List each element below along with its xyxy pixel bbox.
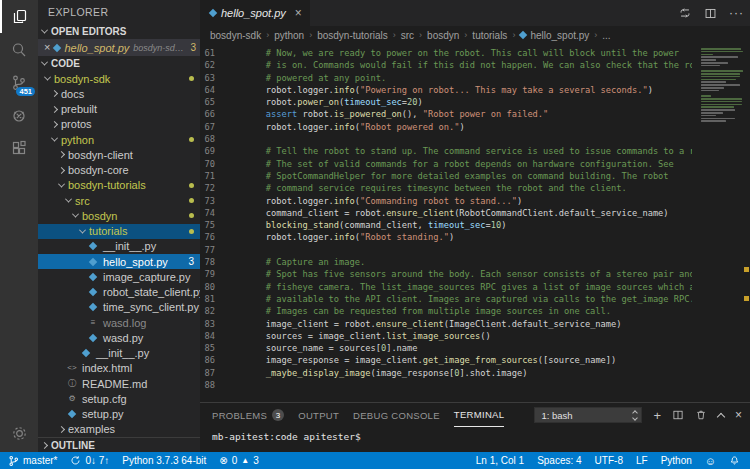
feedback-smiley-icon[interactable]: ☺: [705, 455, 716, 467]
problems-item[interactable]: ⊗ 0 ▲ 3: [219, 455, 258, 466]
breadcrumb-item[interactable]: src: [401, 30, 414, 41]
close-panel-icon[interactable]: ×: [735, 409, 742, 421]
tree-folder-tutorials[interactable]: tutorials: [38, 224, 200, 239]
more-actions-icon[interactable]: ···: [729, 7, 744, 19]
tree-folder-bosdyn-client[interactable]: bosdyn-client: [38, 147, 200, 162]
panel-tab-output[interactable]: OUTPUT: [298, 403, 339, 427]
activity-search[interactable]: [0, 33, 38, 66]
tree-file-wasd-log[interactable]: ≡wasd.log: [38, 315, 200, 330]
code-editor[interactable]: 61 # Now, we are ready to power on the r…: [200, 44, 750, 402]
manage-settings[interactable]: [0, 420, 38, 446]
tree-file-robot-state-client-py[interactable]: robot_state_client.py: [38, 285, 200, 300]
breadcrumb-item[interactable]: bosdyn: [427, 30, 459, 41]
code-line: 74 command_client = robot.ensure_client(…: [200, 207, 750, 219]
panel-tab-debug-console[interactable]: DEBUG CONSOLE: [353, 403, 440, 427]
tree-folder-protos[interactable]: protos: [38, 117, 200, 132]
activity-explorer[interactable]: [0, 0, 38, 33]
section-open-editors[interactable]: OPEN EDITORS: [38, 24, 200, 39]
tree-file-image-capture-py[interactable]: image_capture.py: [38, 269, 200, 284]
code-line: 78 # Capture an image.: [200, 256, 750, 268]
line-number: 69: [200, 145, 224, 157]
code-text: # fisheye camera. The list_image_sources…: [224, 281, 692, 293]
minimap[interactable]: [697, 48, 742, 126]
eol-item[interactable]: LF: [636, 455, 648, 466]
minimap-line: [701, 118, 735, 120]
chevron-right-icon: [51, 106, 58, 113]
breadcrumb-item[interactable]: ...: [602, 30, 610, 41]
tree-folder-src[interactable]: src: [38, 193, 200, 208]
activity-extensions[interactable]: [0, 132, 38, 165]
tree-item-label: hello_spot.py: [103, 256, 168, 268]
tree-folder-prebuilt[interactable]: prebuilt: [38, 102, 200, 117]
open-changes-icon[interactable]: [678, 6, 692, 20]
breadcrumb-item[interactable]: tutorials: [472, 30, 507, 41]
kill-terminal-icon[interactable]: [695, 409, 707, 421]
git-branch-item[interactable]: master*: [8, 455, 57, 467]
encoding-item[interactable]: UTF-8: [595, 455, 623, 466]
minimap-line: [701, 120, 726, 122]
code-text: # The set of valid commands for a robot …: [224, 158, 692, 170]
python-interpreter-item[interactable]: Python 3.7.3 64-bit: [122, 455, 206, 466]
select-updown-icon: [633, 411, 637, 420]
tree-file-time-sync-client-py[interactable]: time_sync_client.py: [38, 300, 200, 315]
tree-folder-bosdyn-core[interactable]: bosdyn-core: [38, 163, 200, 178]
section-outline[interactable]: OUTLINE: [38, 438, 200, 452]
code-line: 75 blocking_stand(command_client, timeou…: [200, 219, 750, 231]
tree-folder-python[interactable]: python: [38, 132, 200, 147]
tree-folder-bosdyn-tutorials[interactable]: bosdyn-tutorials: [38, 178, 200, 193]
split-terminal-icon[interactable]: [672, 409, 684, 421]
chevron-right-icon: [51, 90, 58, 97]
line-number: 72: [200, 182, 224, 194]
breadcrumb-item[interactable]: bosdyn-tutorials: [317, 30, 388, 41]
code-text: robot.logger.info("Powering on robot... …: [224, 84, 692, 96]
notifications-bell-icon[interactable]: [729, 455, 740, 466]
tree-folder-docs[interactable]: docs: [38, 86, 200, 101]
tree-file--init-py[interactable]: __init__.py: [38, 239, 200, 254]
tree-folder-bosdyn-sdk[interactable]: bosdyn-sdk: [38, 71, 200, 86]
code-text: # available to the API client. Images ar…: [224, 293, 692, 305]
close-icon[interactable]: ×: [44, 42, 50, 53]
tree-file-index-html[interactable]: <>index.html: [38, 361, 200, 376]
new-terminal-button[interactable]: +: [653, 409, 661, 422]
python-icon: [87, 259, 99, 265]
tab-close-icon[interactable]: ×: [295, 6, 302, 20]
indentation-item[interactable]: Spaces: 4: [537, 455, 581, 466]
code-text: assert robot.is_powered_on(), "Robot pow…: [224, 108, 692, 120]
files-icon: [10, 7, 30, 27]
tree-folder-bosdyn[interactable]: bosdyn: [38, 208, 200, 223]
tree-file-setup-py[interactable]: setup.py: [38, 407, 200, 422]
tree-file--init-py[interactable]: __init__.py: [38, 346, 200, 361]
tree-file-readme-md[interactable]: ⓘREADME.md: [38, 376, 200, 391]
language-mode-item[interactable]: Python: [661, 455, 692, 466]
panel-tab-problems[interactable]: PROBLEMS3: [212, 403, 284, 427]
git-modified-dot: [189, 198, 194, 203]
breadcrumb-item[interactable]: python: [274, 30, 304, 41]
activity-source-control[interactable]: 451: [0, 66, 38, 99]
code-line: 81 # available to the API client. Images…: [200, 293, 750, 305]
panel-tab-terminal[interactable]: TERMINAL: [454, 403, 504, 427]
line-number: 62: [200, 59, 224, 71]
warning-mark: [744, 267, 749, 272]
terminal-output[interactable]: mb-apitest:code apitester$: [200, 427, 750, 452]
open-editor-item[interactable]: × hello_spot.py bosdyn-sdk/p... 3: [38, 39, 200, 56]
cursor-position-item[interactable]: Ln 1, Col 1: [476, 455, 524, 466]
code-text: source_name = sources[0].name: [224, 342, 692, 354]
sync-changes-item[interactable]: 0↓ 7↑: [70, 455, 109, 466]
minimap-line: [701, 48, 741, 50]
breadcrumb-item[interactable]: bosdyn-sdk: [210, 30, 261, 41]
tree-folder-examples[interactable]: examples: [38, 422, 200, 437]
tab-hello-spot[interactable]: hello_spot.py ×: [200, 0, 310, 26]
tree-file-setup-cfg[interactable]: ⚙setup.cfg: [38, 391, 200, 406]
vscode-window: 451 EXP: [0, 0, 750, 469]
tree-file-hello-spot-py[interactable]: hello_spot.py3: [38, 254, 200, 269]
breadcrumb-item[interactable]: hello_spot.py: [520, 30, 589, 41]
section-code[interactable]: CODE: [38, 56, 200, 71]
split-editor-icon[interactable]: [704, 7, 717, 20]
terminal-shell-select[interactable]: 1: bash: [534, 407, 642, 423]
maximize-panel-icon[interactable]: [717, 412, 725, 420]
tree-file-wasd-py[interactable]: wasd.py: [38, 330, 200, 345]
code-line: 61 # Now, we are ready to power on the r…: [200, 47, 750, 59]
tree-item-label: wasd.py: [103, 332, 143, 344]
minimap-line: [701, 73, 740, 75]
activity-debug[interactable]: [0, 99, 38, 132]
